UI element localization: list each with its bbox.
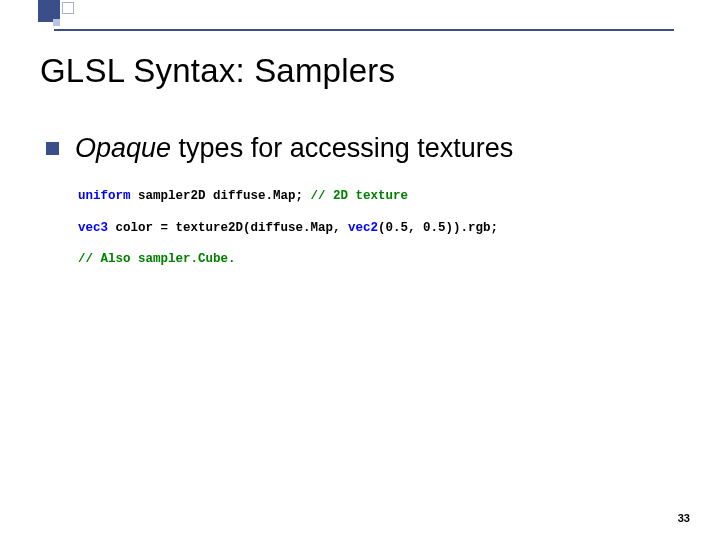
fn-texture2: texture2 (176, 221, 236, 235)
code-text: color = (108, 221, 176, 235)
kw-uniform: uniform (78, 189, 131, 203)
slide-content: GLSL Syntax: Samplers Opaque types for a… (40, 52, 680, 283)
bullet-rest: types for accessing textures (171, 133, 513, 163)
comment-part: D texture (341, 189, 409, 203)
code-text: sampler2 (131, 189, 199, 203)
deco-rule (54, 29, 674, 31)
code-line-3: // Also sampler.Cube. (78, 251, 680, 269)
bullet-opaque-word: Opaque (75, 133, 171, 163)
deco-square-small (53, 19, 60, 26)
code-text: rgb; (468, 221, 498, 235)
code-text: (0.5, 0.5)). (378, 221, 468, 235)
page-number: 33 (678, 512, 690, 524)
bullet-square-icon (46, 142, 59, 155)
kw-vec3: vec3 (78, 221, 108, 235)
kw-vec2: vec2 (348, 221, 378, 235)
deco-square-outline (62, 2, 74, 14)
comment-part: // 2 (311, 189, 341, 203)
slide-title: GLSL Syntax: Samplers (40, 52, 680, 90)
code-line-2: vec3 color = texture2D(diffuse.Map, vec2… (78, 220, 680, 238)
comment-line: // Also sampler.Cube. (78, 252, 236, 266)
code-text: D diffuse.Map; (198, 189, 311, 203)
code-text: D(diffuse.Map, (236, 221, 349, 235)
code-line-1: uniform sampler2D diffuse.Map; // 2D tex… (78, 188, 680, 206)
bullet-text: Opaque types for accessing textures (75, 132, 513, 164)
code-block: uniform sampler2D diffuse.Map; // 2D tex… (78, 188, 680, 269)
slide-corner-decoration (0, 0, 120, 30)
bullet-item: Opaque types for accessing textures (46, 132, 680, 164)
